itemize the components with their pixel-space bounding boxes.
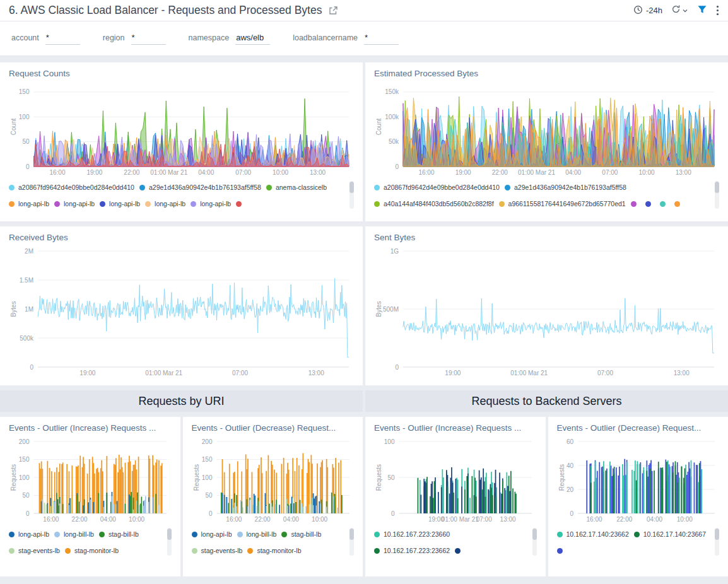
filter-account-value[interactable]: * [45,33,80,45]
chart-canvas: 0204060Requests16:0022:0004:0010:00 [557,436,720,523]
legend: 10.162.167.223:2366010.162.167.223:23662 [374,526,537,563]
legend-item[interactable] [236,196,245,212]
legend-item[interactable]: stag-monitor-lb [247,542,301,559]
legend-item[interactable]: stag-events-lb [192,542,243,559]
legend-scrollbar[interactable] [349,181,354,209]
filter-region-value[interactable]: * [131,33,166,45]
legend-item[interactable] [557,542,567,559]
panel-title: Request Counts [9,69,354,78]
legend-item[interactable]: stag-monitor-lb [65,542,119,559]
legend-dot [631,201,637,207]
chart-canvas: 050100Requests19:0001:00 Mar 2107:0013:0… [374,436,537,523]
legend-label: long-api-lb [18,530,49,538]
legend-dot [499,201,505,207]
legend-dot [139,185,145,190]
legend-label: a96611558176441649e672bd65770ed1 [508,200,626,207]
legend-item[interactable]: long-api-lb [54,196,95,212]
svg-text:04:00: 04:00 [283,516,298,523]
legend: a20867fd9642d4e09bbe0d284e0dd410a29e1d43… [9,179,354,216]
legend-item[interactable]: a29e1d436a90942e4b1b76193af5ff58 [139,179,261,196]
svg-text:0: 0 [395,163,399,170]
legend-item[interactable] [455,542,464,559]
outlier-decrease-backend-chart: 0204060Requests16:0022:0004:0010:00 [557,436,720,523]
legend-scrollbar[interactable] [532,528,537,556]
legend-item[interactable]: a20867fd9642d4e09bbe0d284e0dd410 [9,179,134,196]
legend-label: long-bill-lb [247,530,277,538]
svg-text:100: 100 [19,474,30,481]
legend-label: a20867fd9642d4e09bbe0d284e0dd410 [18,184,134,191]
legend-scrollbar-thumb[interactable] [349,182,354,193]
time-range-button[interactable]: -24h [633,5,662,16]
svg-text:100: 100 [384,438,395,445]
legend-item[interactable]: long-api-lb [192,526,232,542]
refresh-button[interactable] [671,4,688,16]
legend-label: stag-bill-lb [109,530,139,538]
svg-text:50: 50 [387,474,395,481]
legend-item[interactable]: a29e1d436a90942e4b1b76193af5ff58 [505,179,626,196]
filter-loadbalancername-value[interactable]: * [364,33,399,45]
legend-item[interactable]: long-api-lb [100,196,140,212]
legend-scrollbar[interactable] [349,528,354,556]
legend-item[interactable] [674,196,684,212]
legend-item[interactable]: stag-bill-lb [99,526,139,542]
chart-canvas: 050100150Count16:0019:0022:0001:00 Mar 2… [9,82,354,177]
legend-item[interactable]: 10.162.17.140:23667 [634,526,706,542]
legend-item[interactable]: stag-bill-lb [281,526,321,542]
legend-item[interactable] [660,196,669,212]
legend-item[interactable]: a40a144af484f403db5d560b2c882f8f [374,196,494,212]
legend-scrollbar[interactable] [167,528,172,556]
section-header-requests-by-uri: Requests by URI [0,390,363,412]
kebab-menu-icon[interactable] [716,5,719,16]
legend-items: long-api-lblong-bill-lbstag-bill-lbstag-… [9,526,172,563]
legend-scrollbar[interactable] [715,528,719,556]
legend-item[interactable]: long-api-lb [191,196,231,212]
legend-item[interactable] [631,196,640,212]
legend-item[interactable] [645,196,655,212]
filter-namespace: namespace aws/elb [189,33,271,45]
filter-button[interactable] [697,4,707,17]
svg-text:200: 200 [19,438,30,445]
legend-label: stag-monitor-lb [74,547,119,554]
svg-text:150: 150 [19,88,30,95]
legend-item[interactable]: long-api-lb [9,196,49,212]
legend-label: 10.162.17.140:23662 [567,530,629,538]
legend-item[interactable]: 10.162.17.140:23662 [557,526,629,542]
legend-scrollbar-thumb[interactable] [167,529,172,540]
legend-label: a40a144af484f403db5d560b2c882f8f [384,200,494,207]
svg-text:16:00: 16:00 [586,516,602,523]
legend-label: 10.162.17.140:23667 [643,530,706,538]
legend-item[interactable]: long-api-lb [9,526,49,542]
legend-item[interactable]: stag-events-lb [9,542,60,559]
svg-text:04:00: 04:00 [565,169,581,176]
legend-item[interactable]: long-api-lb [145,196,185,212]
legend-scrollbar-thumb[interactable] [532,529,537,540]
svg-text:1G: 1G [390,248,399,255]
legend-item[interactable]: long-bill-lb [237,526,277,542]
legend-item[interactable]: a96611558176441649e672bd65770ed1 [499,196,626,212]
panel-title: Estimated Processed Bytes [374,69,719,78]
outlier-increase-backend-chart: 050100Requests19:0001:00 Mar 2107:0013:0… [374,436,537,523]
legend-scrollbar-thumb[interactable] [715,529,719,540]
legend-item[interactable]: a20867fd9642d4e09bbe0d284e0dd410 [374,179,500,196]
svg-text:16:00: 16:00 [49,169,65,176]
legend-label: stag-bill-lb [291,530,321,538]
legend-scrollbar-thumb[interactable] [349,529,354,540]
legend-dot [455,548,461,554]
legend-label: a29e1d436a90942e4b1b76193af5ff58 [149,184,261,191]
filter-namespace-value[interactable]: aws/elb [235,33,270,45]
legend-item[interactable]: anema-classicelb [266,179,327,196]
panel-title: Events - Outlier (Decrease) Request... [557,423,720,433]
legend-label: long-api-lb [155,200,185,207]
legend-items: a20867fd9642d4e09bbe0d284e0dd410a29e1d43… [374,179,719,216]
legend-dot [266,185,272,190]
share-icon[interactable] [328,6,338,16]
legend-scrollbar[interactable] [715,181,719,209]
refresh-icon [671,4,681,16]
legend-item[interactable]: 10.162.167.223:23660 [374,526,450,542]
legend-item[interactable]: long-bill-lb [54,526,94,542]
svg-text:50: 50 [205,492,213,499]
filter-label: region [103,33,125,42]
legend-scrollbar-thumb[interactable] [715,182,719,193]
legend-item[interactable]: 10.162.167.223:23662 [374,542,450,559]
svg-text:07:00: 07:00 [232,370,248,377]
